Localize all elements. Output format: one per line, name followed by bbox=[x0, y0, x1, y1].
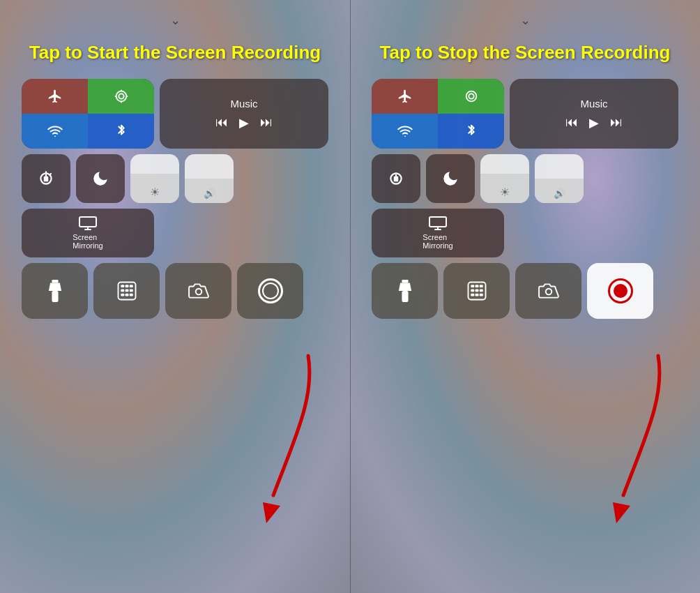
svg-rect-12 bbox=[52, 280, 58, 283]
right-volume-icon: 🔊 bbox=[554, 188, 565, 199]
svg-point-28 bbox=[469, 94, 473, 99]
left-camera-btn[interactable] bbox=[165, 263, 231, 319]
left-dnd-btn[interactable] bbox=[76, 154, 125, 203]
right-brightness-icon: ☀ bbox=[500, 186, 510, 199]
left-control-center: Music ⏮ ▶ ⏭ bbox=[22, 79, 328, 319]
right-row-2: ☀ 🔊 bbox=[372, 154, 678, 203]
right-cellular-btn[interactable] bbox=[438, 79, 504, 114]
svg-rect-42 bbox=[471, 290, 474, 292]
svg-rect-32 bbox=[429, 217, 446, 227]
right-music-label: Music bbox=[580, 98, 607, 110]
right-music-controls: ⏮ ▶ ⏭ bbox=[565, 115, 623, 130]
right-row-3: ScreenMirroring bbox=[372, 209, 678, 257]
left-cellular-btn[interactable] bbox=[88, 79, 154, 114]
svg-rect-20 bbox=[125, 290, 128, 292]
right-wifi-btn[interactable] bbox=[372, 114, 438, 149]
svg-rect-22 bbox=[121, 294, 124, 296]
svg-rect-40 bbox=[475, 285, 478, 287]
svg-marker-49 bbox=[613, 502, 630, 523]
right-row-1: Music ⏮ ▶ ⏭ bbox=[372, 79, 678, 149]
right-instruction: Tap to Stop the Screen Recording bbox=[379, 42, 670, 63]
right-play-btn[interactable]: ▶ bbox=[589, 115, 599, 130]
left-volume-icon: 🔊 bbox=[204, 188, 215, 199]
svg-marker-13 bbox=[48, 283, 61, 291]
left-volume-slider[interactable]: 🔊 bbox=[185, 154, 234, 203]
left-instruction: Tap to Start the Screen Recording bbox=[29, 42, 321, 63]
right-flashlight-btn[interactable] bbox=[372, 263, 438, 319]
right-screen-mirror-btn[interactable]: ScreenMirroring bbox=[372, 209, 504, 257]
right-airplane-btn[interactable] bbox=[372, 79, 438, 114]
left-rewind-btn[interactable]: ⏮ bbox=[215, 115, 228, 130]
left-bottom-row bbox=[22, 263, 328, 319]
left-airplane-btn[interactable] bbox=[22, 79, 88, 114]
right-record-btn[interactable] bbox=[587, 263, 653, 319]
left-brightness-icon: ☀ bbox=[150, 186, 160, 199]
left-calculator-btn[interactable] bbox=[93, 263, 160, 319]
left-play-btn[interactable]: ▶ bbox=[239, 115, 249, 130]
svg-point-48 bbox=[545, 289, 551, 295]
svg-rect-41 bbox=[479, 285, 482, 287]
svg-rect-21 bbox=[129, 290, 132, 292]
left-content: ⌄ Tap to Start the Screen Recording bbox=[0, 0, 350, 593]
panel-divider bbox=[350, 0, 351, 593]
svg-rect-45 bbox=[471, 294, 474, 296]
right-connectivity bbox=[372, 79, 504, 149]
svg-marker-36 bbox=[398, 283, 411, 291]
svg-marker-26 bbox=[263, 502, 280, 523]
left-brightness-slider[interactable]: ☀ bbox=[130, 154, 179, 203]
left-screen-mirror-btn[interactable]: ScreenMirroring bbox=[22, 209, 154, 257]
left-rotation-lock-btn[interactable] bbox=[22, 154, 70, 203]
chevron-icon: ⌄ bbox=[170, 13, 181, 28]
left-music-block: Music ⏮ ▶ ⏭ bbox=[160, 79, 328, 149]
left-bluetooth-btn[interactable] bbox=[88, 114, 154, 149]
svg-point-29 bbox=[404, 136, 406, 137]
right-arrow bbox=[547, 342, 686, 551]
right-chevron-icon: ⌄ bbox=[520, 13, 531, 28]
svg-rect-14 bbox=[52, 291, 58, 302]
left-flashlight-btn[interactable] bbox=[22, 263, 88, 319]
left-wifi-btn[interactable] bbox=[22, 114, 88, 149]
svg-rect-37 bbox=[402, 291, 408, 302]
svg-rect-43 bbox=[475, 290, 478, 292]
left-record-circle bbox=[258, 278, 283, 303]
left-connectivity bbox=[22, 79, 154, 149]
left-panel: ⌄ Tap to Start the Screen Recording bbox=[0, 0, 350, 593]
right-dnd-btn[interactable] bbox=[426, 154, 475, 203]
right-music-block: Music ⏮ ▶ ⏭ bbox=[510, 79, 678, 149]
right-forward-btn[interactable]: ⏭ bbox=[610, 115, 623, 130]
svg-point-25 bbox=[195, 289, 201, 295]
svg-rect-16 bbox=[121, 285, 124, 287]
right-record-circle bbox=[608, 278, 633, 303]
svg-rect-31 bbox=[394, 177, 399, 182]
left-music-label: Music bbox=[230, 98, 257, 110]
right-content: ⌄ Tap to Stop the Screen Recording bbox=[350, 0, 700, 593]
right-bluetooth-btn[interactable] bbox=[438, 114, 504, 149]
right-panel: ⌄ Tap to Stop the Screen Recording bbox=[350, 0, 700, 593]
svg-rect-35 bbox=[402, 280, 408, 283]
svg-rect-39 bbox=[471, 285, 474, 287]
svg-rect-18 bbox=[129, 285, 132, 287]
right-record-inner bbox=[614, 284, 627, 298]
right-calculator-btn[interactable] bbox=[443, 263, 510, 319]
left-forward-btn[interactable]: ⏭ bbox=[260, 115, 273, 130]
svg-point-0 bbox=[116, 91, 126, 102]
svg-rect-19 bbox=[121, 290, 124, 292]
svg-rect-23 bbox=[125, 294, 128, 296]
right-bottom-row bbox=[372, 263, 678, 319]
left-row-1: Music ⏮ ▶ ⏭ bbox=[22, 79, 328, 149]
right-rewind-btn[interactable]: ⏮ bbox=[565, 115, 578, 130]
svg-rect-44 bbox=[479, 290, 482, 292]
right-brightness-slider[interactable]: ☀ bbox=[480, 154, 529, 203]
left-row-2: ☀ 🔊 bbox=[22, 154, 328, 203]
svg-rect-47 bbox=[479, 294, 482, 296]
left-row-3: ScreenMirroring bbox=[22, 209, 328, 257]
right-control-center: Music ⏮ ▶ ⏭ bbox=[372, 79, 678, 319]
left-arrow bbox=[197, 342, 336, 551]
svg-point-6 bbox=[54, 136, 56, 137]
left-record-btn[interactable] bbox=[237, 263, 303, 319]
svg-point-27 bbox=[466, 91, 476, 102]
right-camera-btn[interactable] bbox=[515, 263, 581, 319]
svg-rect-17 bbox=[125, 285, 128, 287]
right-volume-slider[interactable]: 🔊 bbox=[535, 154, 584, 203]
right-rotation-lock-btn[interactable] bbox=[372, 154, 420, 203]
